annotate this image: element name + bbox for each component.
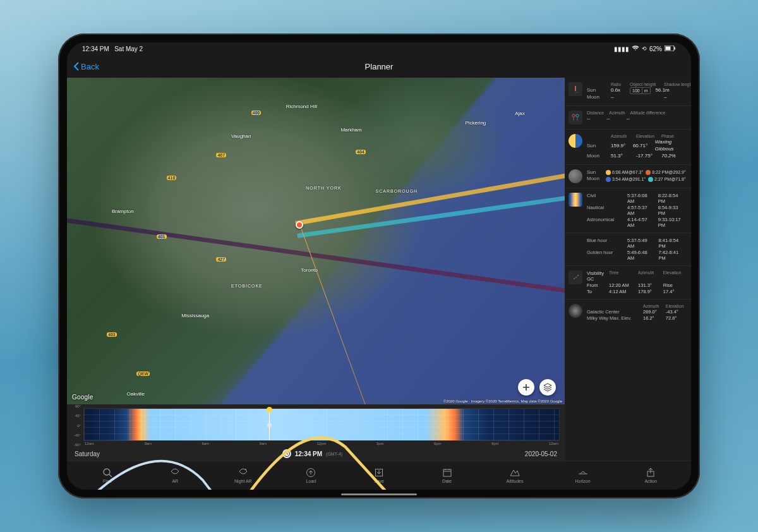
pins-icon [568, 111, 582, 124]
status-left: 12:34 PM Sat May 2 [82, 45, 143, 52]
hwy-shield: 403 [107, 332, 117, 337]
action-button[interactable]: Action [632, 468, 670, 483]
date-time-row: Saturday 12:34 PM (GMT-4) 2020-05-02 [67, 447, 565, 461]
position-card[interactable]: AzimuthElevationPhase Sun159.9°60.71°Wax… [565, 130, 691, 164]
galactic-center-card[interactable]: AzimuthElevation Galactic Center269.0°-4… [565, 299, 691, 325]
altitudes-button[interactable]: Altitudes [496, 468, 534, 483]
city-label: Oakville [127, 391, 145, 397]
back-label: Back [81, 62, 99, 71]
galaxy-icon [568, 270, 582, 284]
map-attribution: ©2020 Google · Imagery ©2020 TerraMetric… [443, 399, 562, 403]
left-column: Toronto Mississauga Brampton Markham Vau… [67, 78, 565, 461]
location-pin[interactable] [296, 221, 303, 229]
moon-azimuth-band [67, 215, 565, 303]
rotation-lock-icon: ⟲ [642, 45, 647, 52]
layers-icon [543, 383, 552, 392]
battery-icon [665, 45, 676, 52]
plus-icon [522, 384, 530, 391]
google-logo: Google [72, 394, 93, 401]
hours-card[interactable]: Blue hour5:37-5:49 AM8:41-8:54 PM Golden… [565, 233, 691, 266]
city-label: SCARBOROUGH [376, 189, 418, 193]
timeline-cursor[interactable] [269, 409, 270, 440]
back-button[interactable]: Back [73, 62, 99, 71]
hours-icon [568, 238, 582, 251]
horizon-icon [578, 468, 588, 478]
save-button[interactable]: Save [360, 468, 398, 483]
object-height-input[interactable]: 100m [630, 87, 651, 94]
screen: 12:34 PM Sat May 2 ▮▮▮▮ ⟲ 62% Back Plann… [67, 42, 691, 490]
mountain-icon [510, 468, 520, 478]
hwy-shield: 410 [167, 176, 177, 180]
moon-photo-icon [568, 169, 582, 183]
azimuth-band-2 [298, 151, 565, 239]
hwy-shield: QEW [136, 372, 150, 376]
timeline-hours: 12am 3am 6am 9am 12pm 3pm 6pm 9pm 12am [83, 441, 560, 445]
search-icon [102, 468, 112, 478]
sun-azimuth-band [296, 118, 565, 226]
horizon-button[interactable]: Horizon [564, 468, 602, 483]
current-date[interactable]: 2020-05-02 [525, 450, 557, 457]
signal-icon: ▮▮▮▮ [614, 45, 629, 52]
sun-direction-line [301, 228, 368, 404]
city-label: Richmond Hill [286, 104, 317, 109]
clock-icon[interactable] [282, 449, 291, 458]
twilight-icon [568, 193, 582, 207]
find-button[interactable]: Find [88, 468, 126, 483]
download-icon [374, 468, 384, 478]
sun-moon-icon [568, 134, 582, 148]
svg-point-6 [576, 114, 579, 117]
shadow-card[interactable]: RatioObject heightShadow length Sun0.6x … [565, 78, 691, 106]
nav-bar: Back Planner [67, 55, 691, 78]
date-button[interactable]: Date [428, 468, 466, 483]
current-time[interactable]: 12:34 PM [295, 450, 322, 457]
city-label: Mississauga [181, 313, 209, 318]
rise-set-card[interactable]: Sun 6:08 AM@67.3° 8:22 PM@292.9° Moon 3:… [565, 165, 691, 188]
content: Toronto Mississauga Brampton Markham Vau… [67, 78, 691, 461]
twilight-card[interactable]: Civil5:37-6:08 AM8:22-8:54 PM Nautical4:… [565, 188, 691, 233]
add-button[interactable] [518, 379, 534, 396]
distance-card[interactable]: DistanceAzimuthAltitude difference -----… [565, 106, 691, 130]
status-time: 12:34 PM [82, 45, 109, 52]
timeline-track[interactable] [83, 408, 560, 441]
status-bar: 12:34 PM Sat May 2 ▮▮▮▮ ⟲ 62% [67, 42, 691, 55]
load-button[interactable]: Load [292, 468, 330, 483]
svg-point-11 [245, 469, 246, 470]
city-label: Brampton [112, 209, 134, 214]
map-view[interactable]: Toronto Mississauga Brampton Markham Vau… [67, 78, 565, 404]
hwy-shield: 400 [251, 111, 262, 115]
hwy-shield: 404 [356, 150, 366, 154]
visibility-gc-card[interactable]: Visibility GCTimeAzimuthElevation From12… [565, 266, 691, 299]
timeline-panel: 90° 45° 0° -45° -90° 12am 3am 6am [67, 404, 565, 447]
battery-pct: 62% [649, 45, 662, 52]
ar-button[interactable]: AR [156, 468, 194, 483]
layers-button[interactable] [539, 379, 556, 396]
hwy-shield: 401 [157, 234, 167, 239]
milky-way-icon [568, 304, 582, 318]
city-label: ETOBICOKE [231, 284, 263, 288]
night-ar-button[interactable]: Night AR [224, 468, 262, 483]
city-label: Markham [340, 127, 361, 133]
timeline-yaxis: 90° 45° 0° -45° -90° [69, 404, 81, 447]
night-ar-icon [238, 468, 248, 478]
calendar-icon [442, 468, 452, 478]
svg-rect-14 [443, 469, 451, 476]
bottom-toolbar: Find AR Night AR Load Save Date Altitude… [67, 461, 691, 490]
wifi-icon [632, 45, 639, 52]
city-label: NORTH YORK [306, 186, 341, 190]
svg-rect-1 [666, 46, 671, 50]
city-label: Vaughan [231, 133, 251, 139]
weekday: Saturday [75, 450, 100, 457]
svg-point-5 [572, 114, 575, 117]
share-icon [646, 468, 656, 478]
svg-rect-4 [575, 86, 576, 91]
upload-icon [306, 468, 316, 478]
hwy-shield: 407 [216, 153, 226, 157]
hwy-shield: 427 [216, 257, 226, 262]
svg-point-10 [104, 469, 110, 475]
timezone: (GMT-4) [326, 452, 342, 456]
ar-icon [170, 468, 180, 478]
svg-rect-2 [675, 47, 676, 49]
info-panel: RatioObject heightShadow length Sun0.6x … [565, 78, 691, 461]
tablet-frame: 12:34 PM Sat May 2 ▮▮▮▮ ⟲ 62% Back Plann… [58, 33, 700, 499]
status-date: Sat May 2 [114, 45, 143, 52]
